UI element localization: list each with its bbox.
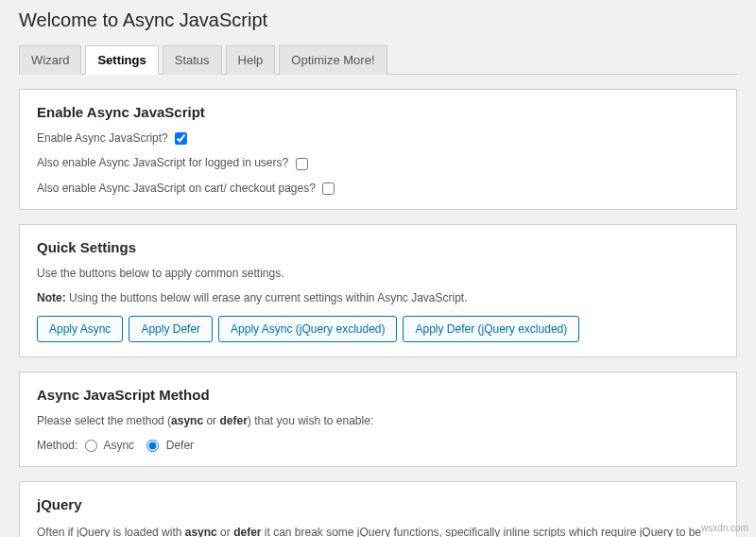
enable-checkbox-loggedin[interactable]: [296, 158, 308, 170]
tab-optimize-more[interactable]: Optimize More!: [279, 45, 387, 75]
page-title: Welcome to Async JavaScript: [19, 9, 737, 31]
note-label: Note:: [37, 291, 66, 304]
enable-panel: Enable Async JavaScript Enable Async Jav…: [19, 89, 737, 210]
tab-settings[interactable]: Settings: [85, 45, 158, 75]
method-intro: Please select the method (async or defer…: [37, 414, 719, 427]
jquery-description: Often if jQuery is loaded with async or …: [37, 524, 719, 537]
method-panel: Async JavaScript Method Please select th…: [19, 372, 737, 467]
tab-bar: Wizard Settings Status Help Optimize Mor…: [19, 45, 737, 75]
quick-settings-note: Note: Using the buttons below will erase…: [37, 291, 719, 304]
jquery-heading: jQuery: [37, 496, 719, 512]
method-radio-async[interactable]: [85, 440, 97, 452]
apply-async-jquery-excluded-button[interactable]: Apply Async (jQuery excluded): [218, 316, 397, 342]
watermark: wsxdn.com: [701, 523, 748, 533]
method-label-defer: Defer: [166, 439, 194, 452]
tab-wizard[interactable]: Wizard: [19, 45, 81, 75]
enable-row-1: Enable Async JavaScript?: [37, 131, 719, 145]
tab-status[interactable]: Status: [163, 45, 222, 75]
method-label-async: Async: [103, 439, 134, 452]
enable-heading: Enable Async JavaScript: [37, 104, 719, 120]
quick-settings-heading: Quick Settings: [37, 239, 719, 255]
quick-settings-intro: Use the buttons below to apply common se…: [37, 267, 719, 280]
method-label: Method:: [37, 439, 77, 452]
method-heading: Async JavaScript Method: [37, 387, 719, 403]
note-text: Using the buttons below will erase any c…: [66, 291, 468, 304]
tab-help[interactable]: Help: [226, 45, 276, 75]
enable-label-1: Enable Async JavaScript?: [37, 131, 168, 145]
enable-label-2: Also enable Async JavaScript for logged …: [37, 156, 288, 169]
enable-checkbox-main[interactable]: [175, 132, 187, 145]
apply-defer-button[interactable]: Apply Defer: [129, 316, 213, 342]
enable-row-2: Also enable Async JavaScript for logged …: [37, 156, 719, 169]
apply-async-button[interactable]: Apply Async: [37, 316, 123, 342]
enable-label-3: Also enable Async JavaScript on cart/ ch…: [37, 182, 316, 195]
method-options: Method: Async Defer: [37, 439, 719, 452]
quick-settings-panel: Quick Settings Use the buttons below to …: [19, 224, 737, 357]
method-radio-defer[interactable]: [146, 440, 159, 452]
jquery-panel: jQuery Often if jQuery is loaded with as…: [19, 481, 737, 537]
quick-settings-buttons: Apply Async Apply Defer Apply Async (jQu…: [37, 316, 719, 342]
apply-defer-jquery-excluded-button[interactable]: Apply Defer (jQuery excluded): [403, 316, 579, 342]
enable-row-3: Also enable Async JavaScript on cart/ ch…: [37, 182, 719, 195]
enable-checkbox-cart[interactable]: [322, 182, 335, 195]
